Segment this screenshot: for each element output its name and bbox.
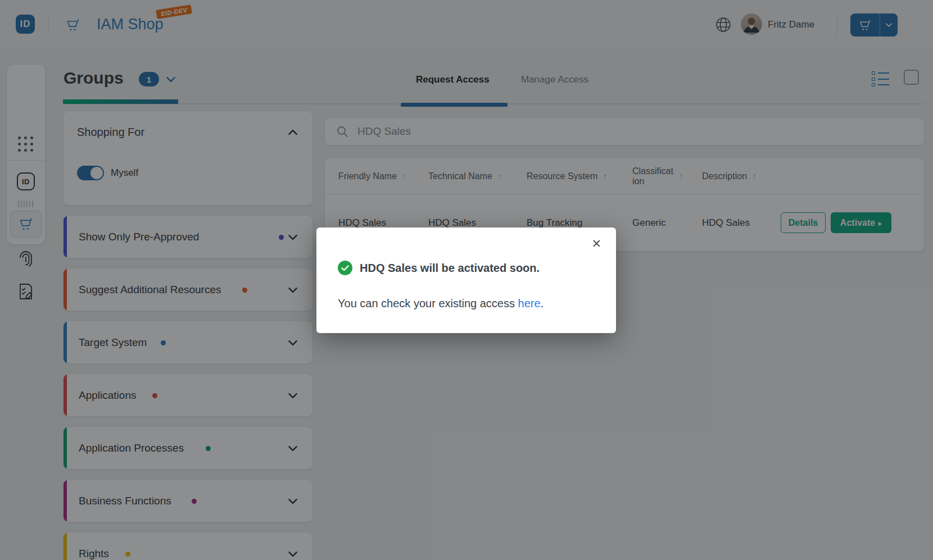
modal-title-row: HDQ Sales will be activated soon. xyxy=(338,261,540,275)
close-icon[interactable]: ✕ xyxy=(591,238,601,249)
iam-shop-app: ID IAM Shop EID-DEV xyxy=(0,0,933,560)
activation-confirmation-modal: ✕ HDQ Sales will be activated soon. You … xyxy=(316,227,616,333)
modal-title: HDQ Sales will be activated soon. xyxy=(360,262,540,275)
modal-body-text: You can check your existing access xyxy=(338,297,518,309)
modal-body: You can check your existing access here. xyxy=(338,297,544,310)
existing-access-link[interactable]: here xyxy=(518,297,541,309)
modal-body-suffix: . xyxy=(541,297,544,309)
success-check-icon xyxy=(338,261,352,275)
